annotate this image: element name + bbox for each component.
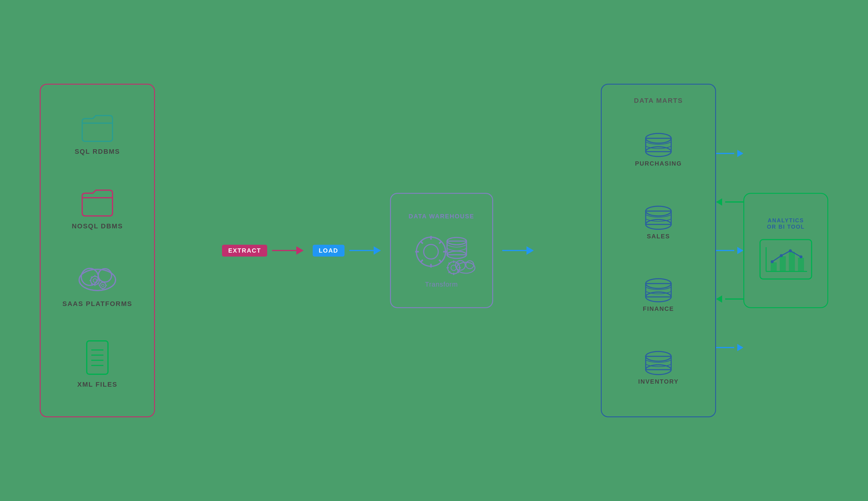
db-inventory-icon (642, 351, 675, 375)
bi-arrows-col (716, 114, 743, 387)
arrow-left-2 (716, 295, 743, 303)
warehouse-title: DATA WAREHOUSE (408, 213, 474, 220)
svg-point-4 (93, 279, 97, 283)
svg-line-33 (420, 259, 422, 262)
purchasing-label: PURCHASING (635, 160, 682, 167)
svg-rect-60 (646, 356, 671, 370)
svg-rect-66 (780, 256, 786, 271)
arrow-left-1 (716, 198, 743, 206)
saas-label: SAAS PLATFORMS (63, 300, 132, 308)
bi-title: ANALYTICS OR BI TOOL (767, 217, 805, 230)
extract-badge: EXTRACT (222, 245, 267, 257)
bi-chart-icon (756, 235, 816, 284)
svg-point-14 (101, 284, 104, 287)
warehouse-subtitle: Transform (425, 280, 458, 288)
db-purchasing-icon (642, 133, 675, 157)
datamarts-title: DATA MARTS (634, 97, 683, 105)
source-item-saas: SAAS PLATFORMS (63, 262, 132, 308)
svg-rect-68 (798, 258, 804, 271)
source-item-nosql: NOSQL DBMS (72, 187, 123, 230)
datamart-finance: FINANCE (642, 259, 675, 332)
svg-point-72 (800, 255, 803, 258)
svg-point-38 (456, 260, 465, 270)
svg-rect-51 (646, 138, 671, 152)
svg-point-13 (100, 283, 106, 288)
warehouse-box: DATA WAREHOUSE (390, 193, 493, 308)
svg-rect-65 (771, 262, 777, 271)
svg-line-30 (420, 241, 422, 243)
arrow-finance-right (716, 344, 743, 351)
datamart-purchasing: PURCHASING (635, 114, 682, 186)
bi-tool-box: ANALYTICS OR BI TOOL (743, 193, 828, 308)
source-item-xml: XML FILES (77, 339, 118, 388)
arrow-sales-right (716, 247, 743, 254)
sales-label: SALES (647, 233, 670, 240)
db-sales-icon (642, 206, 675, 230)
nosql-label: NOSQL DBMS (72, 222, 123, 230)
svg-rect-57 (646, 284, 671, 297)
xml-label: XML FILES (77, 381, 118, 388)
svg-point-41 (451, 265, 457, 270)
svg-line-32 (439, 241, 441, 243)
arrow-purchasing-right (716, 150, 743, 157)
load-badge: LOAD (313, 245, 344, 257)
db-finance-icon (642, 278, 675, 302)
datamart-inventory: INVENTORY (638, 332, 679, 405)
datamart-sales: SALES (642, 186, 675, 259)
diagram: SQL RDBMS NOSQL DBMS (40, 38, 828, 463)
datamarts-box: DATA MARTS PURCHASING SALES (601, 84, 716, 417)
warehouse-icons (405, 223, 478, 277)
folder-teal-icon (79, 113, 116, 143)
svg-point-71 (789, 249, 792, 252)
svg-point-1 (81, 268, 98, 285)
svg-rect-67 (789, 252, 795, 271)
svg-point-25 (424, 244, 438, 259)
svg-point-70 (780, 254, 783, 257)
svg-line-31 (439, 259, 441, 262)
folder-pink-icon (79, 187, 116, 217)
document-icon (82, 339, 112, 376)
finance-label: FINANCE (643, 306, 674, 312)
cloud-gear-icon (76, 262, 119, 295)
sql-label: SQL RDBMS (75, 148, 120, 156)
svg-rect-54 (646, 211, 671, 224)
svg-rect-19 (87, 341, 108, 374)
inventory-label: INVENTORY (638, 378, 679, 385)
svg-point-39 (466, 261, 474, 269)
source-box: SQL RDBMS NOSQL DBMS (40, 84, 155, 417)
source-item-sql: SQL RDBMS (75, 113, 120, 156)
svg-point-69 (771, 260, 774, 263)
